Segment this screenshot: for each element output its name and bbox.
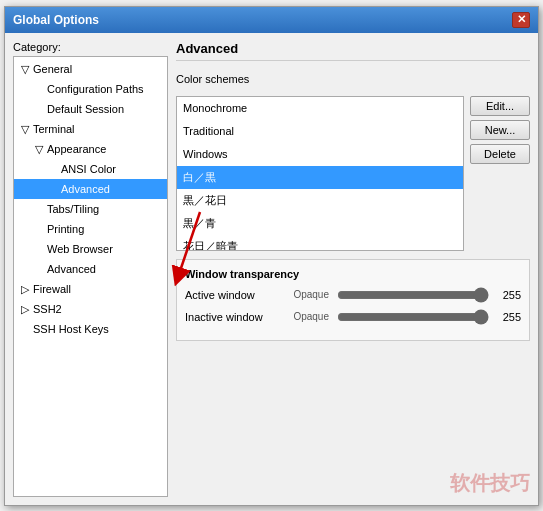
expander-general[interactable]: ▽: [18, 62, 32, 76]
color-schemes-label: Color schemes: [176, 73, 530, 85]
inactive-window-slider[interactable]: [337, 310, 489, 324]
tree-label-ansi-color: ANSI Color: [61, 160, 116, 178]
scheme-hana-dark[interactable]: 花日／暗青: [177, 235, 463, 251]
right-panel: Advanced Color schemes Monochrome Tradit…: [176, 41, 530, 497]
inactive-window-row: Inactive window Opaque 255: [185, 310, 521, 324]
titlebar: Global Options ✕: [5, 7, 538, 33]
tree-label-advanced-appearance: Advanced: [61, 180, 110, 198]
tree-label-web-browser: Web Browser: [47, 240, 113, 258]
tree-label-general: General: [33, 60, 72, 78]
expander-printing: [32, 222, 46, 236]
expander-ssh2[interactable]: ▷: [18, 302, 32, 316]
expander-advanced-terminal: [32, 262, 46, 276]
scheme-black-cyan[interactable]: 黒／青: [177, 212, 463, 235]
tree-item-config-paths[interactable]: Configuration Paths: [14, 79, 167, 99]
dialog-title: Global Options: [13, 13, 99, 27]
scheme-black-hana[interactable]: 黒／花日: [177, 189, 463, 212]
expander-config-paths: [32, 82, 46, 96]
active-opaque-label: Opaque: [289, 289, 329, 300]
color-schemes-section: Monochrome Traditional Windows 白／黒 黒／花日 …: [176, 96, 530, 251]
tree-item-printing[interactable]: Printing: [14, 219, 167, 239]
scheme-white-black[interactable]: 白／黒: [177, 166, 463, 189]
tree-item-terminal[interactable]: ▽ Terminal: [14, 119, 167, 139]
tree-item-ssh2[interactable]: ▷ SSH2: [14, 299, 167, 319]
tree-item-advanced-terminal[interactable]: Advanced: [14, 259, 167, 279]
expander-advanced-appearance: [46, 182, 60, 196]
expander-ssh-host-keys: [18, 322, 32, 336]
scheme-windows[interactable]: Windows: [177, 143, 463, 166]
expander-terminal[interactable]: ▽: [18, 122, 32, 136]
expander-web-browser: [32, 242, 46, 256]
tree-label-default-session: Default Session: [47, 100, 124, 118]
inactive-slider-container: [337, 310, 489, 324]
expander-firewall[interactable]: ▷: [18, 282, 32, 296]
category-label: Category:: [13, 41, 168, 53]
tree-item-appearance[interactable]: ▽ Appearance: [14, 139, 167, 159]
tree-label-advanced-terminal: Advanced: [47, 260, 96, 278]
section-title: Advanced: [176, 41, 530, 61]
inactive-opaque-label: Opaque: [289, 311, 329, 322]
delete-button[interactable]: Delete: [470, 144, 530, 164]
active-window-slider[interactable]: [337, 288, 489, 302]
active-slider-container: [337, 288, 489, 302]
transparency-title: Window transparency: [185, 268, 521, 280]
scheme-list[interactable]: Monochrome Traditional Windows 白／黒 黒／花日 …: [176, 96, 464, 251]
transparency-section: Window transparency Active window Opaque…: [176, 259, 530, 341]
tree-label-terminal: Terminal: [33, 120, 75, 138]
edit-button[interactable]: Edit...: [470, 96, 530, 116]
scheme-buttons: Edit... New... Delete: [470, 96, 530, 164]
tree-label-firewall: Firewall: [33, 280, 71, 298]
scheme-monochrome[interactable]: Monochrome: [177, 97, 463, 120]
tree-label-ssh2: SSH2: [33, 300, 62, 318]
global-options-dialog: Global Options ✕ Category: ▽ General Con…: [4, 6, 539, 506]
tree-item-general[interactable]: ▽ General: [14, 59, 167, 79]
active-window-label: Active window: [185, 289, 285, 301]
category-panel: Category: ▽ General Configuration Paths …: [13, 41, 168, 497]
new-button[interactable]: New...: [470, 120, 530, 140]
active-window-value: 255: [493, 289, 521, 301]
tree-item-firewall[interactable]: ▷ Firewall: [14, 279, 167, 299]
expander-ansi-color: [46, 162, 60, 176]
expander-appearance[interactable]: ▽: [32, 142, 46, 156]
tree-label-appearance: Appearance: [47, 140, 106, 158]
tree-item-advanced-appearance[interactable]: Advanced: [14, 179, 167, 199]
dialog-body: Category: ▽ General Configuration Paths …: [5, 33, 538, 505]
category-tree[interactable]: ▽ General Configuration Paths Default Se…: [13, 56, 168, 497]
tree-item-default-session[interactable]: Default Session: [14, 99, 167, 119]
tree-label-printing: Printing: [47, 220, 84, 238]
active-window-row: Active window Opaque 255: [185, 288, 521, 302]
inactive-window-value: 255: [493, 311, 521, 323]
inactive-window-label: Inactive window: [185, 311, 285, 323]
tree-label-ssh-host-keys: SSH Host Keys: [33, 320, 109, 338]
close-button[interactable]: ✕: [512, 12, 530, 28]
tree-label-config-paths: Configuration Paths: [47, 80, 144, 98]
tree-item-ansi-color[interactable]: ANSI Color: [14, 159, 167, 179]
expander-tabs-tiling: [32, 202, 46, 216]
expander-default-session: [32, 102, 46, 116]
tree-item-ssh-host-keys[interactable]: SSH Host Keys: [14, 319, 167, 339]
tree-item-tabs-tiling[interactable]: Tabs/Tiling: [14, 199, 167, 219]
tree-item-web-browser[interactable]: Web Browser: [14, 239, 167, 259]
scheme-traditional[interactable]: Traditional: [177, 120, 463, 143]
tree-label-tabs-tiling: Tabs/Tiling: [47, 200, 99, 218]
